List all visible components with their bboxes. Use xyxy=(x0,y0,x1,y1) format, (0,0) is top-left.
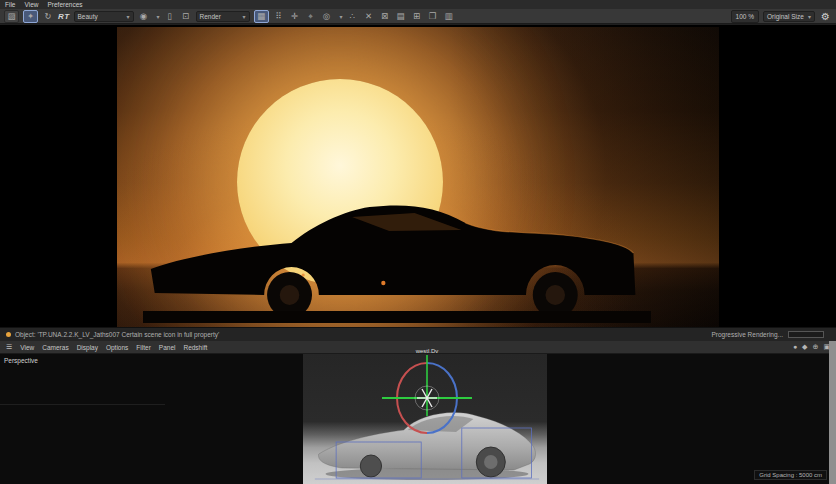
expand-view-icon[interactable]: ⊠ xyxy=(379,11,391,22)
viewport-backdrop-left xyxy=(0,354,303,484)
render-canvas[interactable] xyxy=(0,25,836,327)
panel-split-icon[interactable]: ▥ xyxy=(443,11,455,22)
pin-icon[interactable]: ▯ xyxy=(164,11,176,22)
gear-icon[interactable]: ⚙ xyxy=(821,11,830,22)
zoom-level-field[interactable]: 100 % xyxy=(731,10,759,23)
status-bar: Object: 'TP.UNA.2.2.K_LV_Jaths007 Certai… xyxy=(0,327,836,341)
render-mode-value: Render xyxy=(200,13,221,20)
image-size-dropdown[interactable]: Original Size ▾ xyxy=(763,11,815,22)
vp-menu-view[interactable]: View xyxy=(20,344,34,351)
filter-icon[interactable]: ◎ xyxy=(321,11,333,22)
hamburger-icon[interactable]: ☰ xyxy=(6,343,12,351)
vp-menu-filter[interactable]: Filter xyxy=(136,344,150,351)
snapshot-icon: ✦ xyxy=(25,11,37,22)
snapshot-button[interactable]: ✦ xyxy=(23,10,38,23)
chevron-down-icon: ▾ xyxy=(808,13,811,20)
menu-bar: File View Preferences xyxy=(0,0,836,9)
progress-bar xyxy=(788,331,824,338)
render-view-window: File View Preferences ▨ ✦ ↻ RT Beauty ▾ … xyxy=(0,0,836,484)
vp-menu-options[interactable]: Options xyxy=(106,344,128,351)
rotate-gizmo[interactable]: westl.Dv xyxy=(379,346,475,456)
viewport-backdrop-right xyxy=(547,354,836,484)
pan-icon[interactable]: ✛ xyxy=(289,11,301,22)
restart-render-icon[interactable]: ↻ xyxy=(42,11,54,22)
image-size-value: Original Size xyxy=(767,13,804,20)
perspective-viewport[interactable]: westl.Dv Perspective Grid Spacing : 5000… xyxy=(0,354,836,484)
view-label[interactable]: Perspective xyxy=(4,357,38,364)
axis-icon[interactable]: ⊕ xyxy=(813,343,819,351)
vp-menu-display[interactable]: Display xyxy=(77,344,98,351)
grid-icon[interactable]: ⠿ xyxy=(273,11,285,22)
save-image-button[interactable]: ▨ xyxy=(4,10,19,23)
panel-copy-icon[interactable]: ❐ xyxy=(427,11,439,22)
chevron-down-icon[interactable]: ▾ xyxy=(157,13,160,20)
bucket-toggle-button[interactable]: ▦ xyxy=(254,10,269,23)
viewport-corner-icons: ● ◆ ⊕ ▣ xyxy=(793,343,830,351)
vp-menu-panel[interactable]: Panel xyxy=(159,344,176,351)
car-silhouette xyxy=(143,173,651,323)
gizmo-object-label: westl.Dv xyxy=(415,348,439,354)
display-mode-icon[interactable]: ◉ xyxy=(138,11,150,22)
panel-layout-icon[interactable]: ▤ xyxy=(395,11,407,22)
aov-dropdown-value: Beauty xyxy=(78,13,98,20)
aov-dropdown[interactable]: Beauty ▾ xyxy=(74,11,134,22)
vp-menu-cameras[interactable]: Cameras xyxy=(42,344,68,351)
chevron-down-icon: ▾ xyxy=(243,13,246,20)
window-edge-strip xyxy=(829,341,836,484)
chevron-down-icon: ▾ xyxy=(127,13,130,20)
status-object-message: Object: 'TP.UNA.2.2.K_LV_Jaths007 Certai… xyxy=(15,331,219,338)
panel-add-icon[interactable]: ⊞ xyxy=(411,11,423,22)
viewport-stage: westl.Dv xyxy=(303,354,547,484)
warning-dot-icon xyxy=(6,332,11,337)
menu-file[interactable]: File xyxy=(5,0,15,9)
fit-view-icon[interactable]: ✕ xyxy=(363,11,375,22)
toolbar: ▨ ✦ ↻ RT Beauty ▾ ◉ ▾ ▯ ⊡ Render ▾ ▦ ⠿ ✛… xyxy=(0,9,836,24)
rt-toggle[interactable]: RT xyxy=(58,12,70,21)
render-mode-dropdown[interactable]: Render ▾ xyxy=(196,11,250,22)
menu-view[interactable]: View xyxy=(24,0,38,9)
backdrop-edge-line xyxy=(0,404,165,405)
bucket-icon: ▦ xyxy=(255,11,267,22)
vp-menu-redshift[interactable]: Redshift xyxy=(183,344,207,351)
gem-icon[interactable]: ◆ xyxy=(802,343,807,351)
progress-label: Progressive Rendering... xyxy=(711,331,783,338)
chevron-down-icon[interactable]: ▾ xyxy=(340,13,343,20)
grid-spacing-readout: Grid Spacing : 5000 cm xyxy=(754,470,827,480)
pixel-probe-icon[interactable]: ⌖ xyxy=(305,11,317,22)
menu-preferences[interactable]: Preferences xyxy=(47,0,82,9)
record-icon[interactable]: ● xyxy=(793,343,797,351)
dots-icon[interactable]: ∴ xyxy=(347,11,359,22)
rendered-image[interactable] xyxy=(117,27,719,327)
crop-region-icon[interactable]: ⊡ xyxy=(180,11,192,22)
save-image-icon: ▨ xyxy=(6,11,18,22)
